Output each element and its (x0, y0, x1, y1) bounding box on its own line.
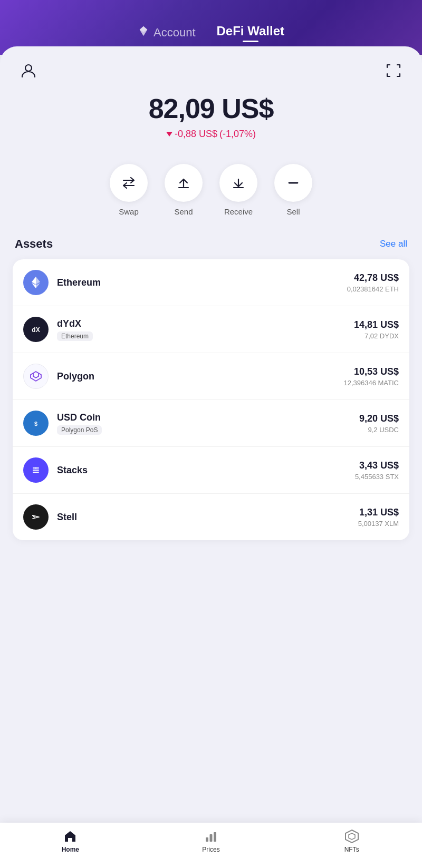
stellar-values: 1,31 US$ 5,00137 XLM (358, 507, 399, 528)
ethereum-amount: 0,02381642 ETH (347, 285, 399, 293)
svg-marker-20 (349, 833, 355, 840)
sell-button[interactable]: Sell (274, 164, 312, 216)
defi-wallet-label: DeFi Wallet (217, 24, 284, 38)
bottom-navigation: Home Prices NFTs (0, 823, 422, 868)
asset-row-dydx[interactable]: dX dYdX Ethereum 14,81 US$ 7,02 DYDX (13, 306, 409, 353)
usdc-values: 9,20 US$ 9,2 USDC (359, 413, 399, 434)
asset-row-stacks[interactable]: Stacks 3,43 US$ 5,455633 STX (13, 447, 409, 494)
sell-circle (274, 164, 312, 202)
usdc-network: Polygon PoS (57, 425, 102, 435)
ethereum-usd: 42,78 US$ (347, 272, 399, 284)
dydx-network: Ethereum (57, 331, 93, 341)
send-label: Send (174, 207, 193, 216)
action-buttons-row: Swap Send Receive (13, 145, 409, 227)
swap-circle (110, 164, 148, 202)
dydx-usd: 14,81 US$ (354, 319, 399, 330)
assets-section: Assets See all Ethereum (13, 237, 409, 540)
scan-button[interactable] (382, 59, 405, 82)
see-all-button[interactable]: See all (380, 239, 407, 249)
asset-row-ethereum[interactable]: Ethereum 42,78 US$ 0,02381642 ETH (13, 259, 409, 306)
home-label: Home (62, 846, 79, 853)
usdc-name: USD Coin (57, 412, 359, 423)
dydx-name: dYdX (57, 318, 354, 329)
nav-prices[interactable]: Prices (190, 829, 232, 853)
svg-marker-4 (32, 277, 36, 284)
main-card: 82,09 US$ -0,88 US$ (-1,07%) Swap (0, 46, 422, 868)
svg-text:$: $ (34, 421, 37, 427)
asset-row-polygon[interactable]: Polygon 10,53 US$ 12,396346 MATIC (13, 353, 409, 400)
nfts-icon (344, 829, 359, 844)
balance-amount: 82,09 US$ (13, 93, 409, 124)
balance-change-percent: (-1,07%) (219, 129, 256, 140)
ethereum-logo (23, 270, 49, 295)
stacks-name: Stacks (57, 465, 355, 476)
svg-point-2 (25, 65, 32, 71)
polygon-name: Polygon (57, 371, 343, 382)
dydx-values: 14,81 US$ 7,02 DYDX (354, 319, 399, 340)
assets-header: Assets See all (13, 237, 409, 251)
swap-label: Swap (119, 207, 139, 216)
send-button[interactable]: Send (165, 164, 203, 216)
top-actions-bar (13, 46, 409, 82)
swap-button[interactable]: Swap (110, 164, 148, 216)
dydx-logo: dX (23, 317, 49, 342)
stacks-values: 3,43 US$ 5,455633 STX (355, 460, 399, 481)
profile-button[interactable] (17, 59, 40, 82)
nav-home[interactable]: Home (49, 829, 91, 853)
usdc-amount: 9,2 USDC (359, 426, 399, 434)
dydx-amount: 7,02 DYDX (354, 332, 399, 340)
receive-label: Receive (224, 207, 253, 216)
account-tab[interactable]: Account (138, 25, 196, 40)
dydx-info: dYdX Ethereum (57, 318, 354, 341)
send-circle (165, 164, 203, 202)
stellar-usd: 1,31 US$ (358, 507, 399, 518)
receive-button[interactable]: Receive (219, 164, 257, 216)
sell-label: Sell (286, 207, 300, 216)
polygon-usd: 10,53 US$ (343, 366, 399, 377)
polygon-amount: 12,396346 MATIC (343, 379, 399, 387)
ethereum-name: Ethereum (57, 277, 347, 288)
svg-rect-17 (209, 834, 212, 842)
svg-marker-3 (36, 277, 40, 284)
receive-circle (219, 164, 257, 202)
stacks-logo (23, 457, 49, 483)
stellar-name: Stell (57, 512, 358, 523)
nav-nfts[interactable]: NFTs (331, 829, 373, 853)
svg-marker-19 (346, 830, 358, 843)
nfts-label: NFTs (344, 846, 359, 853)
down-arrow-icon (166, 132, 172, 136)
usdc-info: USD Coin Polygon PoS (57, 412, 359, 435)
defi-wallet-tab[interactable]: DeFi Wallet (217, 24, 284, 42)
polygon-logo (23, 364, 49, 389)
balance-change-amount: -0,88 US$ (175, 129, 217, 140)
balance-section: 82,09 US$ -0,88 US$ (-1,07%) (13, 82, 409, 145)
assets-title: Assets (15, 237, 53, 251)
svg-text:dX: dX (32, 326, 40, 334)
stellar-logo (23, 504, 49, 530)
balance-change: -0,88 US$ (-1,07%) (13, 129, 409, 140)
diamond-icon (138, 25, 149, 40)
ethereum-values: 42,78 US$ 0,02381642 ETH (347, 272, 399, 293)
stellar-info: Stell (57, 512, 358, 523)
stacks-usd: 3,43 US$ (355, 460, 399, 471)
home-icon (63, 829, 78, 844)
polygon-info: Polygon (57, 371, 343, 382)
svg-point-14 (35, 467, 37, 469)
stellar-amount: 5,00137 XLM (358, 520, 399, 528)
stacks-info: Stacks (57, 465, 355, 476)
svg-rect-18 (214, 832, 216, 842)
account-label: Account (154, 26, 196, 40)
asset-row-usdc[interactable]: $ USD Coin Polygon PoS 9,20 US$ 9,2 USDC (13, 400, 409, 447)
ethereum-info: Ethereum (57, 277, 347, 288)
prices-icon (204, 829, 218, 844)
stacks-amount: 5,455633 STX (355, 473, 399, 481)
polygon-values: 10,53 US$ 12,396346 MATIC (343, 366, 399, 387)
asset-list: Ethereum 42,78 US$ 0,02381642 ETH dX dYd… (13, 259, 409, 540)
asset-row-stellar[interactable]: Stell 1,31 US$ 5,00137 XLM (13, 494, 409, 540)
prices-label: Prices (202, 846, 219, 853)
svg-rect-16 (206, 837, 208, 842)
usdc-logo: $ (23, 411, 49, 436)
usdc-usd: 9,20 US$ (359, 413, 399, 424)
